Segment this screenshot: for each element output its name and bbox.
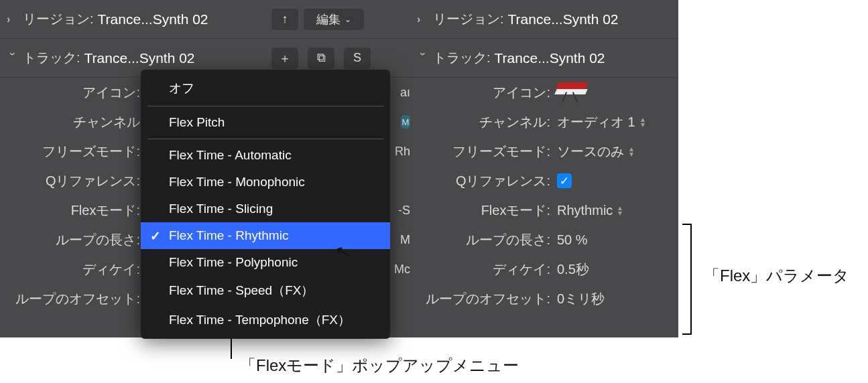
region-value: Trance...Synth 02 [508, 11, 619, 27]
popup-item-polyphonic[interactable]: Flex Time - Polyphonic [141, 249, 390, 276]
decay-label: ディケイ: [410, 260, 554, 279]
row-decay-label: ディケイ: [0, 260, 144, 279]
peek-text: M [400, 233, 410, 247]
loopoff-value[interactable]: 0ミリ秒 [554, 290, 605, 308]
keyboard-stand-icon [557, 82, 589, 102]
flex-params-callout: 「Flex」パラメータ [704, 265, 849, 287]
plus-icon: ＋ [279, 50, 291, 66]
flex-mode-popup: オフ Flex Pitch Flex Time - Automatic Flex… [141, 70, 390, 339]
flex-params-bracket [682, 224, 692, 335]
qref-checkbox[interactable]: ✓ [557, 173, 572, 188]
qref-label: Qリファレンス: [410, 172, 554, 190]
track-label: トラック: [433, 49, 491, 67]
back-up-button[interactable]: ↑ [271, 9, 298, 30]
region-value: Trance...Synth 02 [98, 11, 208, 27]
track-icon[interactable] [554, 82, 589, 102]
inspector-right: › リージョン: Trance...Synth 02 › トラック: Tranc… [410, 0, 678, 337]
flexmode-value[interactable]: Rhythmic ▴▾ [554, 203, 622, 218]
channel-value[interactable]: オーディオ 1 ▴▾ [554, 113, 645, 131]
region-label: リージョン: [23, 10, 94, 28]
row-flexmode-label: Flexモード: [0, 202, 144, 220]
freeze-value[interactable]: ソースのみ ▴▾ [554, 143, 633, 161]
popup-item-tempophone[interactable]: Flex Time - Tempophone（FX） [141, 305, 390, 335]
duplicate-icon: ⧉ [317, 51, 326, 65]
popup-item-off[interactable]: オフ [141, 74, 390, 103]
add-button[interactable]: ＋ [271, 48, 298, 69]
track-header[interactable]: › トラック: Trance...Synth 02 [410, 39, 678, 78]
peek-text: Mc [394, 262, 410, 277]
row-qref-label: Qリファレンス: [0, 172, 144, 190]
peek-text: Rh [395, 145, 410, 159]
chevron-down-icon: › [7, 52, 19, 64]
decay-value[interactable]: 0.5秒 [554, 260, 589, 279]
edit-label: 編集 [316, 11, 340, 27]
loopoff-label: ループのオフセット: [410, 290, 554, 308]
s-label: S [353, 51, 361, 65]
chevron-down-icon: › [417, 52, 429, 64]
track-value: Trance...Synth 02 [495, 50, 605, 66]
stepper-icon: ▴▾ [629, 146, 633, 157]
channel-label: チャンネル: [410, 113, 554, 131]
region-label: リージョン: [433, 10, 504, 28]
looplen-label: ループの長さ: [410, 231, 554, 249]
region-header[interactable]: › リージョン: Trance...Synth 02 [0, 0, 265, 39]
edit-menu-button[interactable]: 編集 ⌄ [304, 9, 364, 30]
row-icon-label: アイコン: [0, 84, 144, 102]
separator [147, 106, 383, 106]
icon-label: アイコン: [410, 84, 554, 102]
freeze-label: フリーズモード: [410, 143, 554, 161]
stepper-icon: ▴▾ [618, 205, 622, 216]
flexmode-label: Flexモード: [410, 202, 554, 220]
popup-item-monophonic[interactable]: Flex Time - Monophonic [141, 169, 390, 196]
peek-text: aı [400, 86, 410, 100]
solo-button[interactable]: S [344, 48, 371, 69]
chevron-down-icon: ⌄ [345, 15, 351, 24]
duplicate-button[interactable]: ⧉ [308, 48, 334, 69]
looplen-value[interactable]: 50 % [554, 232, 588, 248]
popup-item-slicing[interactable]: Flex Time - Slicing [141, 196, 390, 222]
stepper-icon: ▴▾ [641, 117, 645, 127]
region-header[interactable]: › リージョン: Trance...Synth 02 [410, 0, 678, 39]
popup-item-rhythmic[interactable]: Flex Time - Rhythmic [141, 222, 390, 249]
peek-text: -S [398, 204, 410, 218]
row-freeze-label: フリーズモード: [0, 143, 144, 161]
separator [147, 139, 383, 139]
row-looplen-label: ループの長さ: [0, 231, 144, 249]
row-channel-label: チャンネル [0, 113, 144, 131]
chevron-right-icon: › [7, 13, 19, 25]
track-value: Trance...Synth 02 [84, 50, 195, 66]
popup-item-automatic[interactable]: Flex Time - Automatic [141, 142, 390, 169]
chevron-right-icon: › [417, 13, 429, 25]
flex-popup-callout: 「Flexモード」ポップアップメニュー [240, 355, 519, 376]
popup-item-flexpitch[interactable]: Flex Pitch [141, 109, 390, 136]
row-loopoff-label: ループのオフセット: [0, 290, 144, 308]
track-label: トラック: [23, 49, 80, 67]
mute-badge[interactable]: M [401, 115, 410, 129]
peek-text: M [401, 115, 410, 129]
popup-item-speed[interactable]: Flex Time - Speed（FX） [141, 276, 390, 305]
